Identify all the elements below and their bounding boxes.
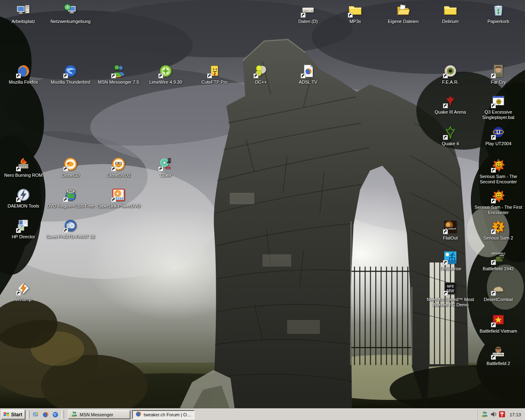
desktop-icon-winamp[interactable]: Winamp <box>1 281 46 302</box>
recycle-bin-icon <box>491 3 505 17</box>
shortcut-arrow-icon <box>443 73 448 78</box>
shortcut-arrow-icon <box>158 167 163 171</box>
shortcut-arrow-icon <box>491 260 496 265</box>
desktop-icon-quake3[interactable]: Quake III Arena <box>428 94 473 115</box>
shortcut-arrow-icon <box>16 197 21 202</box>
desktop-icon-bf-vietnam[interactable]: Battlefield Vietnam <box>476 313 521 334</box>
winamp-icon <box>16 281 30 295</box>
desktop-icon-thunderbird[interactable]: Mozilla Thunderbird <box>48 64 93 85</box>
desktop-icon-quake4[interactable]: Quake 4 <box>428 126 473 146</box>
toolbar-handle[interactable] <box>62 411 64 419</box>
shortcut-arrow-icon <box>491 73 496 78</box>
shortcut-arrow-icon <box>348 13 353 18</box>
desktop-icon-bf2[interactable]: BATTLEFIELDBattlefield 2 <box>476 345 521 366</box>
cdex-icon: ex <box>159 157 173 171</box>
shortcut-arrow-icon <box>16 228 21 233</box>
desktop-icon-dcpp[interactable]: DC++ <box>238 64 283 85</box>
desktop-icon-folder[interactable]: MP3s <box>333 3 378 24</box>
desktop-icon-desertcombat[interactable]: DesertCombat <box>476 281 521 302</box>
svg-text:1942: 1942 <box>500 254 504 257</box>
desktop-icon-farcry[interactable]: Far Cry <box>476 64 521 85</box>
screen: ArbeitsplatzNetzwerkumgebungDaten (D)MP3… <box>0 0 525 420</box>
task-button-area: MSN Messengertweaker.ch Forum | Off-... <box>68 410 194 419</box>
desktop-icon-folder[interactable]: Delirium <box>428 3 473 24</box>
shortcut-arrow-icon <box>491 135 496 140</box>
desktop-icon-recycle-bin[interactable]: Papierkorb <box>476 3 521 24</box>
desktop-icon-nfs-mw[interactable]: NFSMWNeed for Speed™ Most Wanted PC Demo <box>428 281 473 308</box>
quick-launch-show-desktop-icon[interactable] <box>32 411 39 418</box>
desktop-icon-corel-photopaint[interactable]: Corel PHOTO-PAINT 12 <box>48 219 93 240</box>
bf-vietnam-icon <box>491 313 505 327</box>
desktop-icon-hp-director[interactable]: HP Director <box>1 219 46 240</box>
shortcut-arrow-icon <box>443 229 448 234</box>
desktop-icon-fear[interactable]: F.E.A.R. <box>428 64 473 85</box>
tmsunrise-icon <box>443 251 457 265</box>
desktop-icon-label: MSN Messenger 7.5 <box>93 80 144 85</box>
bf1942-icon: BATTLEFIELD1942 <box>491 251 505 265</box>
svg-text:U: U <box>496 129 500 135</box>
desktop-icon-ut2004[interactable]: UPlay UT2004 <box>476 126 521 146</box>
desktop-icon-my-documents[interactable]: Eigene Dateien <box>381 3 426 24</box>
taskbar-clock[interactable]: 17:13 <box>509 412 521 417</box>
desktop-icon-bf1942[interactable]: BATTLEFIELD1942Battlefield 1942 <box>476 251 521 272</box>
my-documents-icon <box>396 3 410 17</box>
start-label: Start <box>11 412 22 418</box>
shortcut-arrow-icon <box>207 73 212 78</box>
desktop-icon-network-neighborhood[interactable]: Netzwerkumgebung <box>48 3 93 24</box>
nfs-mw-icon: NFSMW <box>443 281 457 295</box>
desktop-icon-limewire[interactable]: LimeWire 4.9.30 <box>143 64 188 85</box>
tray-volume-icon[interactable] <box>490 411 497 418</box>
desktop-icon-flatout[interactable]: FLATOUTFlatOut <box>428 220 473 241</box>
shortcut-arrow-icon <box>491 168 496 173</box>
desktop-icon-firefox[interactable]: Mozilla Firefox <box>1 64 46 85</box>
limewire-icon <box>159 64 173 78</box>
shortcut-arrow-icon <box>491 103 496 108</box>
shortcut-arrow-icon <box>491 199 496 203</box>
desktop-icon-tmsunrise[interactable]: TmSunrise <box>428 251 473 272</box>
desktop-icon-powerdvd[interactable]: CyberLink PowerDVD <box>96 188 141 209</box>
desktop-icon-label: Battlefield 2 <box>473 361 524 366</box>
desktop: ArbeitsplatzNetzwerkumgebungDaten (D)MP3… <box>0 0 525 409</box>
desktop-icon-serious-sam[interactable]: Serious Sam - The First Encounter <box>476 189 521 215</box>
msn-messenger-icon <box>71 411 78 418</box>
desktop-icon-clonedvd2[interactable]: CloneDVD2 <box>96 157 141 178</box>
shortcut-arrow-icon <box>16 291 21 296</box>
desktop-icon-hard-drive[interactable]: Daten (D) <box>285 3 331 24</box>
desktop-icon-dvd-region[interactable]: DVDDVD Region+CSS Free <box>48 188 93 209</box>
desktop-icon-label: Netzwerkumgebung <box>45 19 96 24</box>
start-button[interactable]: Start <box>1 410 25 420</box>
desktop-icon-my-computer[interactable]: Arbeitsplatz <box>1 3 46 24</box>
quake3-icon <box>443 94 457 108</box>
tray-avira-antivir-icon[interactable] <box>499 411 506 418</box>
quick-launch-thunderbird-icon[interactable] <box>52 411 59 418</box>
svg-text:2: 2 <box>497 224 500 231</box>
firefox-icon <box>135 411 142 418</box>
desktop-icon-adsl-tv[interactable]: ADSL TV <box>285 64 331 85</box>
desktop-icon-label: CDex <box>140 173 191 178</box>
shortcut-arrow-icon <box>301 13 306 18</box>
desktop-icon-serious-sam2[interactable]: 2Serious Sam 2 <box>476 220 521 241</box>
task-button[interactable]: MSN Messenger <box>68 410 130 419</box>
desktop-icon-cdex[interactable]: exCDex <box>143 157 188 178</box>
toolbar-handle[interactable] <box>27 411 30 419</box>
quick-launch-firefox-icon[interactable] <box>42 411 49 418</box>
task-button-label: tweaker.ch Forum | Off-... <box>144 412 191 417</box>
desktop-icon-cuteftp[interactable]: CuteFTP Pro <box>192 64 237 85</box>
desktop-icon-serious-sam[interactable]: Serious Sam - The Second Encounter <box>476 158 521 185</box>
desktop-icon-label: F.E.A.R. <box>425 80 476 85</box>
desktop-icon-label: Far Cry <box>473 80 524 85</box>
corel-photopaint-icon <box>64 219 78 233</box>
desktop-icon-msn-messenger[interactable]: MSN Messenger 7.5 <box>96 64 141 85</box>
task-button[interactable]: tweaker.ch Forum | Off-... <box>132 410 194 419</box>
tray-msn-messenger-icon[interactable] <box>482 411 488 418</box>
shortcut-arrow-icon <box>443 291 448 296</box>
desktop-icon-daemon-tools[interactable]: DAEMON Tools <box>1 188 46 209</box>
desktop-icon-nero[interactable]: Nero Burning ROM <box>1 157 46 178</box>
cuteftp-icon <box>208 64 221 78</box>
system-tray: 17:13 <box>478 410 524 420</box>
shortcut-arrow-icon <box>63 167 68 171</box>
desktop-icon-label: Eigene Dateien <box>378 19 429 24</box>
desktop-icon-batch-file[interactable]: Q3 Excessive Singleplayer.bat <box>476 94 521 120</box>
desktop-icon-clonecd[interactable]: CloneCD <box>48 157 93 178</box>
shortcut-arrow-icon <box>63 73 68 78</box>
